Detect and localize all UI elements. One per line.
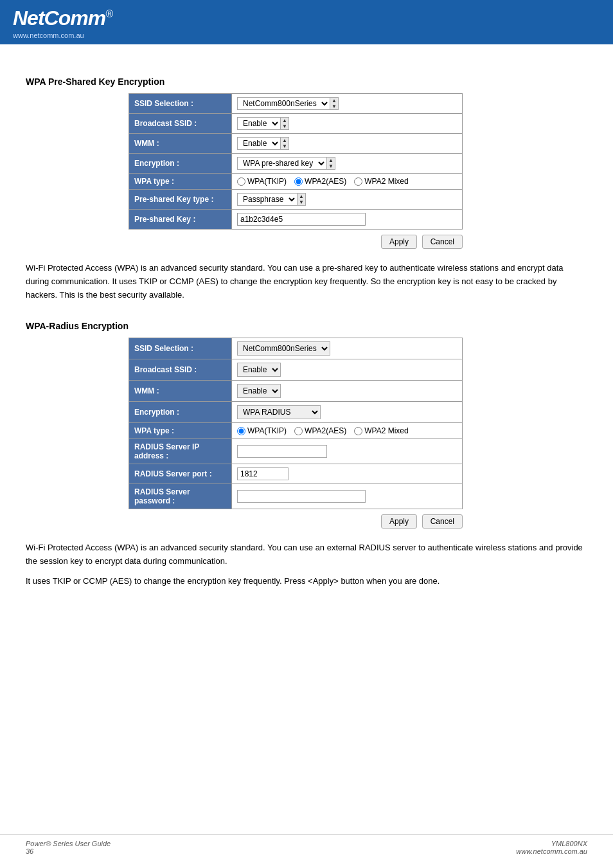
wpa2-type-label: WPA type : [129, 423, 232, 439]
radius-pass-value [232, 484, 463, 509]
ssid-selection-value: NetComm800nSeries ▲ ▼ [232, 94, 463, 114]
encryption-value: WPA pre-shared key ▲ ▼ [232, 154, 463, 174]
broadcast2-value: Enable [232, 359, 463, 381]
table-row: SSID Selection : NetComm800nSeries [129, 338, 463, 359]
spinner-down[interactable]: ▼ [298, 199, 305, 205]
radio-tkip[interactable] [237, 177, 245, 186]
section2-title: WPA-Radius Encryption [26, 321, 587, 331]
psk-label: Pre-shared Key : [129, 210, 232, 230]
radio-tkip-label[interactable]: WPA(TKIP) [237, 177, 287, 186]
table-row: WPA type : WPA(TKIP) WPA2(AES) WPA2 Mixe… [129, 174, 463, 190]
ssid-selection-spinner[interactable]: NetComm800nSeries ▲ ▼ [237, 97, 339, 110]
table-row: RADIUS Server port : [129, 464, 463, 484]
radio-aes-label[interactable]: WPA2(AES) [294, 177, 346, 186]
encryption-spinner[interactable]: WPA pre-shared key ▲ ▼ [237, 157, 335, 170]
section2-cancel-button[interactable]: Cancel [422, 514, 463, 529]
psk-type-value: Passphrase ▲ ▼ [232, 190, 463, 210]
footer-model: YML800NX [516, 840, 587, 847]
table-row: RADIUS Server IP address : [129, 439, 463, 464]
spinner-arrows-enc[interactable]: ▲ ▼ [326, 158, 335, 169]
radio2-aes-label[interactable]: WPA2(AES) [294, 426, 346, 435]
footer-page-number: 36 [26, 847, 111, 855]
broadcast2-label: Broadcast SSID : [129, 359, 232, 381]
section1-cancel-button[interactable]: Cancel [422, 235, 463, 249]
radio2-mixed-label[interactable]: WPA2 Mixed [354, 426, 408, 435]
wmm2-select[interactable]: Enable [237, 384, 281, 398]
main-content: WPA Pre-Shared Key Encryption SSID Selec… [0, 44, 613, 620]
wmm-spinner[interactable]: Enable ▲ ▼ [237, 137, 289, 150]
spinner-down[interactable]: ▼ [327, 163, 335, 169]
footer-guide-title: Power® Series User Guide [26, 840, 111, 847]
broadcast-ssid-label: Broadcast SSID : [129, 114, 232, 134]
section2-btn-row: Apply Cancel [129, 514, 463, 529]
spinner-arrows-ssid[interactable]: ▲ ▼ [330, 98, 338, 109]
logo-url: www.netcomm.com.au [13, 32, 112, 39]
radio-aes-text: WPA2(AES) [305, 177, 346, 186]
section2-apply-button[interactable]: Apply [381, 514, 417, 529]
section1-apply-button[interactable]: Apply [381, 235, 417, 249]
table-row: WPA type : WPA(TKIP) WPA2(AES) WPA2 Mixe… [129, 423, 463, 439]
table-row: Encryption : WPA pre-shared key ▲ ▼ [129, 154, 463, 174]
wmm2-label: WMM : [129, 381, 232, 402]
wpa2-type-radio-group: WPA(TKIP) WPA2(AES) WPA2 Mixed [237, 426, 457, 435]
logo: NetComm® [13, 6, 112, 30]
table-row: Pre-shared Key : [129, 210, 463, 230]
radio2-aes[interactable] [294, 427, 303, 435]
broadcast2-select[interactable]: Enable [237, 363, 281, 377]
radio-aes[interactable] [294, 177, 303, 186]
section1-btn-row: Apply Cancel [129, 235, 463, 249]
radio2-mixed[interactable] [354, 427, 362, 435]
spinner-up[interactable]: ▲ [281, 118, 289, 123]
radio2-tkip-label[interactable]: WPA(TKIP) [237, 426, 287, 435]
spinner-arrows-wmm[interactable]: ▲ ▼ [280, 138, 289, 149]
radio2-mixed-text: WPA2 Mixed [364, 426, 408, 435]
psk-type-select[interactable]: Passphrase [238, 194, 297, 205]
section1-description: Wi-Fi Protected Access (WPA) is an advan… [26, 262, 587, 302]
broadcast-ssid-spinner[interactable]: Enable ▲ ▼ [237, 117, 289, 130]
broadcast-ssid-select[interactable]: Enable [238, 118, 280, 129]
wmm-select[interactable]: Enable [238, 138, 280, 149]
spinner-down[interactable]: ▼ [330, 104, 338, 109]
wpa2-type-value: WPA(TKIP) WPA2(AES) WPA2 Mixed [232, 423, 463, 439]
wpa-type-radio-group: WPA(TKIP) WPA2(AES) WPA2 Mixed [237, 177, 457, 186]
spinner-up[interactable]: ▲ [327, 158, 335, 163]
logo-reg: ® [105, 8, 112, 19]
table-row: RADIUS Server password : [129, 484, 463, 509]
radius-port-input[interactable] [237, 467, 289, 480]
radio-mixed-label[interactable]: WPA2 Mixed [354, 177, 408, 186]
spinner-down[interactable]: ▼ [281, 143, 289, 149]
radio-mixed-text: WPA2 Mixed [364, 177, 408, 186]
encryption-label: Encryption : [129, 154, 232, 174]
ssid2-select[interactable]: NetComm800nSeries [237, 341, 330, 356]
psk-value [232, 210, 463, 230]
psk-type-spinner[interactable]: Passphrase ▲ ▼ [237, 193, 306, 206]
radius-port-value [232, 464, 463, 484]
radius-port-label: RADIUS Server port : [129, 464, 232, 484]
spinner-arrows-broadcast[interactable]: ▲ ▼ [280, 118, 289, 129]
section1-form-table: SSID Selection : NetComm800nSeries ▲ ▼ B… [129, 93, 463, 230]
radius-ip-label: RADIUS Server IP address : [129, 439, 232, 464]
psk-input[interactable] [237, 213, 366, 226]
ssid-selection-select[interactable]: NetComm800nSeries [238, 98, 330, 109]
section2-description1: Wi-Fi Protected Access (WPA) is an advan… [26, 541, 587, 568]
spinner-down[interactable]: ▼ [281, 123, 289, 129]
radio-mixed[interactable] [354, 177, 362, 186]
table-row: WMM : Enable ▲ ▼ [129, 134, 463, 154]
table-row: WMM : Enable [129, 381, 463, 402]
spinner-up[interactable]: ▲ [298, 194, 305, 199]
spinner-arrows-psk[interactable]: ▲ ▼ [297, 194, 305, 205]
enc2-value: WPA RADIUS [232, 402, 463, 423]
radio-tkip-text: WPA(TKIP) [247, 177, 287, 186]
table-row: Broadcast SSID : Enable ▲ ▼ [129, 114, 463, 134]
radius-ip-value [232, 439, 463, 464]
spinner-up[interactable]: ▲ [281, 138, 289, 143]
radius-ip-input[interactable] [237, 445, 327, 458]
spinner-up[interactable]: ▲ [330, 98, 338, 104]
radius-pass-input[interactable] [237, 490, 366, 503]
enc2-select[interactable]: WPA RADIUS [237, 405, 321, 419]
section2-description2: It uses TKIP or CCMP (AES) to change the… [26, 575, 587, 588]
wmm2-value: Enable [232, 381, 463, 402]
table-row: Encryption : WPA RADIUS [129, 402, 463, 423]
encryption-select[interactable]: WPA pre-shared key [238, 158, 326, 169]
radio2-tkip[interactable] [237, 427, 245, 435]
